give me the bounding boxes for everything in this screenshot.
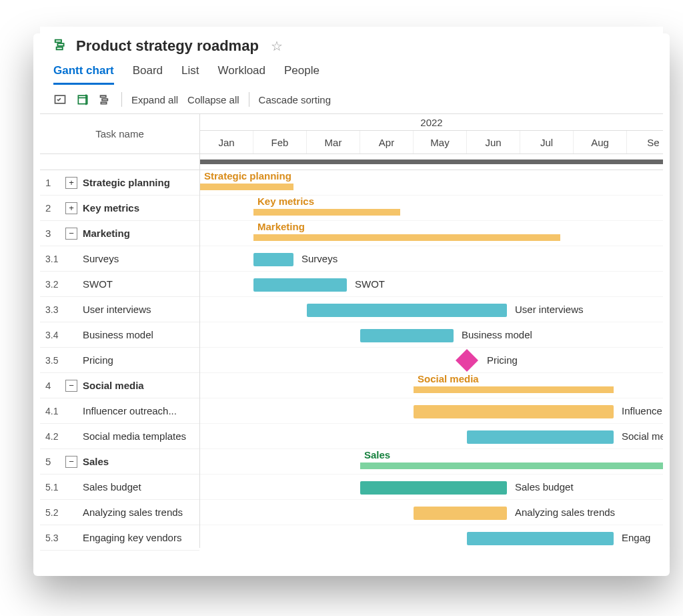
- task-bar[interactable]: [414, 405, 614, 418]
- task-row[interactable]: 5.3Engaging key vendors: [40, 525, 199, 551]
- task-row[interactable]: 3.5Pricing: [40, 348, 199, 373]
- task-label: Influencer out.: [622, 405, 663, 416]
- summary-bar[interactable]: [253, 209, 400, 216]
- task-label: Business model: [462, 329, 532, 340]
- checklist-icon[interactable]: [53, 93, 67, 106]
- chart-row: Influencer out.: [200, 398, 663, 424]
- month-header: Jul: [520, 131, 574, 153]
- task-bar[interactable]: [307, 304, 507, 317]
- task-bar[interactable]: [253, 253, 293, 266]
- expand-icon[interactable]: +: [65, 202, 77, 214]
- task-bar[interactable]: [467, 430, 614, 444]
- tab-board[interactable]: Board: [133, 61, 163, 85]
- milestone-icon[interactable]: [456, 349, 478, 372]
- task-name: User interviews: [65, 304, 194, 315]
- chart-row: Social media: [200, 373, 663, 398]
- task-index: 4.2: [45, 431, 65, 442]
- collapse-icon[interactable]: −: [65, 228, 77, 240]
- month-header: May: [414, 131, 467, 153]
- calendar-icon[interactable]: [76, 93, 89, 106]
- task-row[interactable]: 3.4Business model: [40, 322, 199, 348]
- task-name: Business model: [65, 329, 194, 340]
- timeline-panel[interactable]: 2022 JanFebMarAprMayJunJulAugSe Strategi…: [200, 114, 663, 548]
- task-label: Engag: [622, 532, 650, 543]
- summary-bar[interactable]: [200, 184, 293, 190]
- task-index: 3.1: [45, 254, 65, 264]
- bars-icon[interactable]: [99, 93, 112, 106]
- summary-bar[interactable]: [414, 386, 614, 393]
- task-row[interactable]: 3.3User interviews: [40, 297, 199, 322]
- chart-row: Social media .: [200, 424, 663, 449]
- task-row[interactable]: 3.1Surveys: [40, 246, 199, 272]
- task-bar[interactable]: [414, 507, 507, 520]
- task-row[interactable]: 5.1Sales budget: [40, 475, 199, 500]
- svg-rect-7: [101, 95, 106, 97]
- task-index: 4: [45, 380, 65, 391]
- month-header: Feb: [253, 131, 307, 153]
- gantt-grid: Task name 1+Strategic planning2+Key metr…: [40, 114, 663, 548]
- tab-list[interactable]: List: [181, 61, 199, 85]
- task-row[interactable]: 5.2Analyzing sales trends: [40, 500, 199, 525]
- toolbar: Expand all Collapse all Cascade sorting: [40, 85, 663, 114]
- task-row[interactable]: 1+Strategic planning: [40, 170, 199, 196]
- task-name: Strategic planning: [83, 177, 194, 188]
- task-index: 1: [45, 177, 65, 188]
- task-bar[interactable]: [360, 329, 454, 342]
- separator: [249, 92, 249, 107]
- task-label: Sales budget: [515, 481, 574, 493]
- cascade-sorting-button[interactable]: Cascade sorting: [259, 94, 331, 105]
- task-bar[interactable]: [360, 481, 507, 495]
- task-row[interactable]: 2+Key metrics: [40, 196, 199, 221]
- task-index: 4.1: [45, 406, 65, 416]
- collapse-icon[interactable]: −: [65, 456, 77, 468]
- collapse-icon[interactable]: −: [65, 380, 77, 392]
- svg-rect-1: [57, 43, 63, 46]
- month-headers: JanFebMarAprMayJunJulAugSe: [200, 131, 663, 154]
- chart-row: Surveys: [200, 246, 663, 272]
- task-index: 3.2: [45, 279, 65, 290]
- task-name: Social media templates: [65, 430, 194, 442]
- task-name: Surveys: [65, 253, 194, 264]
- tab-workload[interactable]: Workload: [218, 61, 266, 85]
- task-index: 5.2: [45, 507, 65, 518]
- task-row[interactable]: 3−Marketing: [40, 221, 199, 246]
- svg-rect-0: [55, 40, 61, 43]
- chart-row: Strategic planning: [200, 170, 663, 196]
- task-bar[interactable]: [253, 278, 347, 292]
- star-icon[interactable]: ☆: [271, 38, 283, 54]
- summary-label: Sales: [364, 449, 390, 460]
- summary-label: Strategic planning: [204, 170, 291, 182]
- summary-bar[interactable]: [253, 234, 560, 241]
- summary-bar[interactable]: [360, 463, 663, 469]
- tab-gantt[interactable]: Gantt chart: [53, 61, 114, 85]
- chart-rows: Strategic planningKey metricsMarketingSu…: [200, 170, 663, 548]
- expand-all-button[interactable]: Expand all: [131, 94, 178, 105]
- task-label: Pricing: [487, 354, 518, 366]
- chart-row: Key metrics: [200, 196, 663, 221]
- task-row[interactable]: 5−Sales: [40, 449, 199, 475]
- task-index: 3.3: [45, 304, 65, 315]
- svg-rect-9: [101, 102, 106, 104]
- overview-band: [200, 154, 663, 170]
- expand-icon[interactable]: +: [65, 177, 77, 189]
- task-label: Surveys: [301, 253, 337, 264]
- task-row[interactable]: 4.2Social media templates: [40, 424, 199, 449]
- task-index: 3.5: [45, 355, 65, 366]
- gantt-icon: [53, 37, 68, 55]
- page-title: Product strategy roadmap: [76, 37, 259, 55]
- task-index: 5: [45, 456, 65, 467]
- task-row[interactable]: 3.2SWOT: [40, 272, 199, 297]
- collapse-all-button[interactable]: Collapse all: [187, 94, 239, 105]
- task-row[interactable]: 4.1Influencer outreach...: [40, 398, 199, 424]
- chart-row: Sales: [200, 449, 663, 475]
- overview-spacer: [40, 154, 199, 170]
- task-list-panel: Task name 1+Strategic planning2+Key metr…: [40, 114, 200, 548]
- month-header: Aug: [574, 131, 627, 153]
- task-bar[interactable]: [467, 532, 614, 545]
- task-name: Engaging key vendors: [65, 532, 194, 543]
- task-name: Analyzing sales trends: [65, 507, 194, 518]
- task-row[interactable]: 4−Social media: [40, 373, 199, 398]
- tab-people[interactable]: People: [284, 61, 319, 85]
- svg-rect-2: [57, 47, 63, 50]
- chart-row: SWOT: [200, 272, 663, 297]
